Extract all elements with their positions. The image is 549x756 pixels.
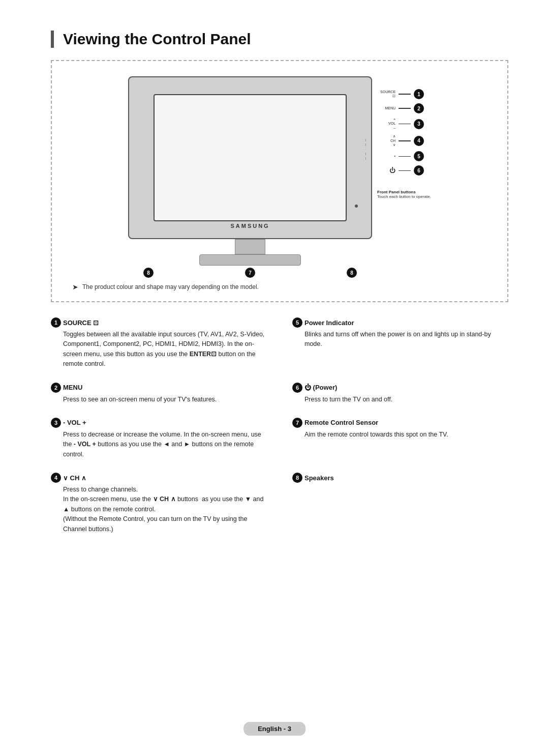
- btn-label-vol: +VOL–: [377, 118, 395, 130]
- item-speakers: 8 Speakers: [292, 473, 508, 534]
- btn-row-vol: +VOL– 3: [377, 118, 431, 130]
- item-source-body: Toggles between all the available input …: [51, 330, 267, 369]
- bottom-badges: 8 7 8: [128, 268, 372, 278]
- badge-power-indicator: 5: [292, 317, 302, 328]
- item-source-title: SOURCE ⊡: [63, 319, 99, 327]
- item-vol-body: Press to decrease or increase the volume…: [51, 430, 267, 459]
- diagram-note: ➤ The product colour and shape may vary …: [62, 283, 497, 291]
- item-menu-header: 2 MENU: [51, 383, 267, 393]
- tv-outer-frame: SAMSUNG | | · | |: [128, 76, 372, 239]
- btn-line-5: [399, 156, 411, 157]
- badge-remote-sensor: 7: [292, 418, 302, 428]
- item-remote-sensor-title: Remote Control Sensor: [304, 419, 378, 426]
- item-power-indicator-header: 5 Power Indicator: [292, 317, 508, 328]
- num-badge-1: 1: [414, 89, 424, 99]
- item-power-title: ⏻ (Power): [304, 384, 337, 391]
- item-speakers-title: Speakers: [304, 474, 334, 482]
- badge-menu: 2: [51, 383, 61, 393]
- badge-speakers: 8: [292, 473, 302, 483]
- badge-ch: 4: [51, 473, 61, 483]
- footer-container: English - 3: [0, 593, 549, 619]
- item-power: 6 ⏻ (Power) Press to turn the TV on and …: [292, 383, 508, 404]
- arrow-icon: ➤: [72, 283, 78, 291]
- item-speakers-header: 8 Speakers: [292, 473, 508, 483]
- item-vol-header: 3 - VOL +: [51, 418, 267, 428]
- footer-badge: English - 3: [243, 722, 306, 736]
- tv-screen: [154, 94, 347, 221]
- front-panel-note: Front Panel buttons Touch each button to…: [377, 186, 431, 199]
- num-badge-2: 2: [414, 103, 424, 113]
- num-badge-3: 3: [414, 119, 424, 129]
- page-title: Viewing the Control Panel: [51, 31, 508, 48]
- btn-line-2: [399, 108, 411, 109]
- item-source: 1 SOURCE ⊡ Toggles between all the avail…: [51, 317, 267, 369]
- item-power-indicator: 5 Power Indicator Blinks and turns off w…: [292, 317, 508, 369]
- tv-right-marks: | | · | |: [365, 138, 366, 160]
- item-power-body: Press to turn the TV on and off.: [292, 395, 508, 404]
- btn-row-indicator: • 5: [377, 151, 431, 161]
- btn-line-1: [399, 94, 411, 95]
- item-ch-header: 4 ∨ CH ∧: [51, 473, 267, 483]
- btn-line-3: [399, 124, 411, 125]
- num-badge-5: 5: [414, 151, 424, 161]
- tv-stand-neck: [235, 239, 265, 254]
- item-vol-title: - VOL +: [63, 419, 86, 426]
- item-ch: 4 ∨ CH ∧ Press to change channels. In th…: [51, 473, 267, 534]
- num-badge-8b: 8: [347, 268, 357, 278]
- item-ch-title: ∨ CH ∧: [63, 474, 86, 482]
- btn-label-indicator: •: [377, 154, 395, 158]
- tv-illustration: SAMSUNG | | · | | 8: [128, 76, 372, 278]
- btn-row-source: SOURCE⊡ 1: [377, 89, 431, 99]
- btn-row-power: ⏻ 6: [377, 165, 431, 176]
- item-remote-sensor-header: 7 Remote Control Sensor: [292, 418, 508, 428]
- item-vol: 3 - VOL + Press to decrease or increase …: [51, 418, 267, 459]
- btn-line-6: [399, 170, 411, 171]
- diagram-note-text: The product colour and shape may vary de…: [82, 283, 259, 290]
- item-remote-sensor-body: Aim the remote control towards this spot…: [292, 430, 508, 440]
- item-ch-body: Press to change channels. In the on-scre…: [51, 485, 267, 534]
- btn-line-4: [399, 140, 411, 141]
- item-menu-title: MENU: [63, 384, 82, 391]
- badge-7: 7: [245, 268, 255, 278]
- btn-row-menu: MENU 2: [377, 103, 431, 113]
- front-panel-label: Front Panel buttons: [377, 190, 431, 194]
- tv-brand: SAMSUNG: [230, 223, 269, 229]
- item-source-header: 1 SOURCE ⊡: [51, 317, 267, 328]
- tv-ir-dot: [355, 205, 358, 208]
- item-power-indicator-body: Blinks and turns off when the power is o…: [292, 330, 508, 350]
- btn-label-power: ⏻: [377, 167, 395, 174]
- num-badge-8a: 8: [143, 268, 154, 278]
- front-panel-sub: Touch each button to operate.: [377, 194, 431, 199]
- badge-power: 6: [292, 383, 302, 393]
- badge-8-right: 8: [347, 268, 357, 278]
- content-grid: 1 SOURCE ⊡ Toggles between all the avail…: [51, 317, 508, 542]
- badge-8-left: 8: [143, 268, 154, 278]
- side-buttons-panel: SOURCE⊡ 1 MENU 2 +VOL– 3: [377, 89, 431, 199]
- item-remote-sensor: 7 Remote Control Sensor Aim the remote c…: [292, 418, 508, 459]
- badge-vol: 3: [51, 418, 61, 428]
- tv-diagram: SAMSUNG | | · | | 8: [62, 76, 497, 278]
- btn-label-ch: ∧CH∨: [377, 134, 395, 147]
- btn-label-menu: MENU: [377, 106, 395, 110]
- item-power-header: 6 ⏻ (Power): [292, 383, 508, 393]
- item-menu: 2 MENU Press to see an on-screen menu of…: [51, 383, 267, 404]
- btn-row-ch: ∧CH∨ 4: [377, 134, 431, 147]
- btn-label-source: SOURCE⊡: [377, 90, 395, 99]
- badge-source: 1: [51, 317, 61, 328]
- item-menu-body: Press to see an on-screen menu of your T…: [51, 395, 267, 404]
- num-badge-4: 4: [414, 136, 424, 146]
- num-badge-7: 7: [245, 268, 255, 278]
- diagram-section: SAMSUNG | | · | | 8: [51, 60, 508, 302]
- tv-stand-base: [199, 254, 301, 266]
- num-badge-6: 6: [414, 165, 424, 176]
- item-power-indicator-title: Power Indicator: [304, 319, 354, 327]
